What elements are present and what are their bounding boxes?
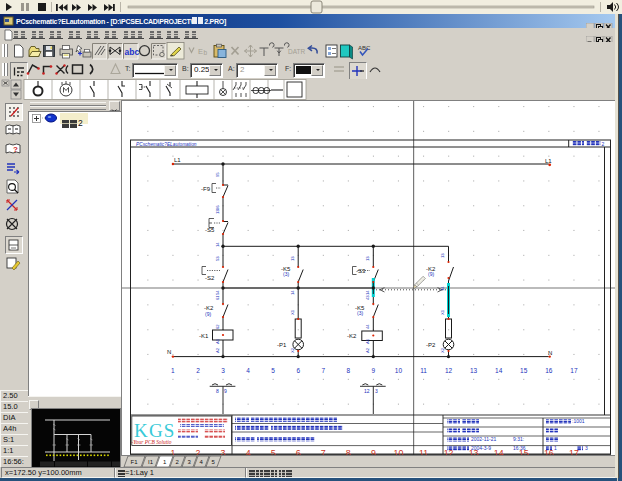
svg-text:14: 14 xyxy=(495,367,503,374)
svg-text:DATR: DATR xyxy=(288,48,306,55)
svg-text:(3): (3) xyxy=(357,310,363,316)
svg-text:4: 4 xyxy=(246,367,250,374)
svg-text:-K1: -K1 xyxy=(199,333,209,339)
svg-text:-S5: -S5 xyxy=(205,227,215,233)
svg-text:-Your PCB Solutio: -Your PCB Solutio xyxy=(132,439,172,445)
svg-text:13: 13 xyxy=(365,256,370,261)
svg-text:5: 5 xyxy=(271,367,275,374)
svg-text:A2: A2 xyxy=(365,347,370,353)
svg-text:14: 14 xyxy=(215,242,220,247)
svg-text:54: 54 xyxy=(215,290,220,295)
svg-text:N: N xyxy=(548,350,552,356)
svg-text:10: 10 xyxy=(395,367,403,374)
svg-text:9: 9 xyxy=(372,367,376,374)
svg-text:17: 17 xyxy=(570,367,578,374)
svg-text:A1: A1 xyxy=(215,338,220,344)
svg-text:7: 7 xyxy=(321,367,325,374)
svg-text:12: 12 xyxy=(364,388,370,394)
svg-text:13: 13 xyxy=(470,367,478,374)
svg-text:X1: X1 xyxy=(440,309,445,315)
svg-text:6: 6 xyxy=(296,367,300,374)
svg-text:2: 2 xyxy=(602,141,605,147)
svg-text:X2: X2 xyxy=(290,347,295,353)
svg-text:2002-11-21: 2002-11-21 xyxy=(471,436,496,442)
svg-text:-P2: -P2 xyxy=(426,342,436,348)
svg-text::1001: :1001 xyxy=(572,418,585,424)
svg-text:3: 3 xyxy=(221,367,225,374)
svg-text:-F9: -F9 xyxy=(201,186,211,192)
svg-text:9: 9 xyxy=(224,388,227,394)
svg-text:13: 13 xyxy=(290,256,295,261)
svg-text:3: 3 xyxy=(585,445,588,451)
svg-text:8: 8 xyxy=(216,388,219,394)
svg-text:95: 95 xyxy=(215,172,220,177)
svg-text:14: 14 xyxy=(365,290,370,295)
svg-text:X2: X2 xyxy=(440,347,445,353)
svg-text:13: 13 xyxy=(215,209,220,214)
svg-text:14: 14 xyxy=(440,286,445,291)
svg-text:-K2: -K2 xyxy=(347,333,357,339)
svg-text:8: 8 xyxy=(346,367,350,374)
svg-text:96: 96 xyxy=(215,205,220,210)
svg-text:15: 15 xyxy=(520,367,528,374)
svg-text:A2: A2 xyxy=(215,347,220,353)
svg-text:3: 3 xyxy=(375,388,378,394)
svg-text:62: 62 xyxy=(215,324,220,329)
svg-text:53: 53 xyxy=(215,256,220,261)
svg-text:16: 16 xyxy=(545,367,553,374)
svg-text:(9): (9) xyxy=(205,311,211,317)
svg-text:N: N xyxy=(167,349,171,355)
svg-text:2: 2 xyxy=(196,367,200,374)
svg-text:9:31:: 9:31: xyxy=(513,436,524,442)
svg-text:abc: abc xyxy=(125,47,140,57)
svg-text:I1: I1 xyxy=(148,459,154,465)
svg-text:11: 11 xyxy=(420,367,427,374)
svg-text:1: 1 xyxy=(554,445,557,451)
svg-text:(3): (3) xyxy=(283,271,289,277)
svg-text:?: ? xyxy=(13,145,18,154)
svg-text:14: 14 xyxy=(290,290,295,295)
svg-text:PCschematic?ELautomation: PCschematic?ELautomation xyxy=(136,142,197,147)
svg-text:b: b xyxy=(204,49,208,56)
svg-text:61: 61 xyxy=(215,295,220,300)
svg-text:12: 12 xyxy=(445,367,453,374)
svg-text:E: E xyxy=(198,47,203,56)
svg-text:-S2: -S2 xyxy=(205,275,215,281)
svg-text:44: 44 xyxy=(365,324,370,329)
svg-text:13: 13 xyxy=(440,253,445,258)
svg-text:F1: F1 xyxy=(131,459,139,465)
svg-text:L1: L1 xyxy=(174,157,181,163)
svg-text:L1: L1 xyxy=(545,158,552,164)
svg-text:1: 1 xyxy=(171,367,175,374)
svg-text:A1: A1 xyxy=(365,338,370,344)
svg-text:X1: X1 xyxy=(290,309,295,315)
svg-text:43: 43 xyxy=(365,295,370,300)
svg-text:-S3: -S3 xyxy=(356,268,366,274)
svg-text:(9): (9) xyxy=(428,271,434,277)
svg-text:-P1: -P1 xyxy=(277,342,287,348)
svg-text:ABC: ABC xyxy=(358,45,371,51)
